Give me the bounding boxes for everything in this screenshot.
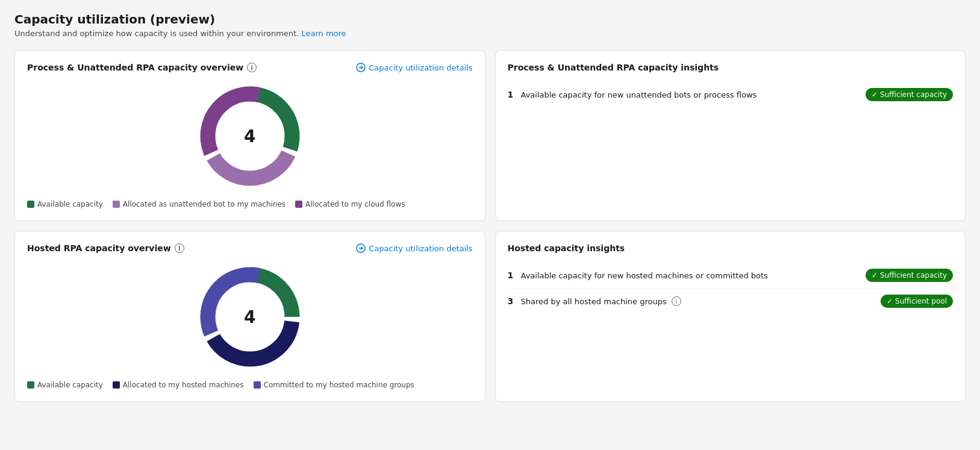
hosted-insight-row-1: 3 Shared by all hosted machine groups i … (508, 289, 953, 314)
process-rpa-insights-title: Process & Unattended RPA capacity insigh… (508, 63, 719, 72)
hosted-insight-badge-0: ✓ Sufficient capacity (866, 269, 953, 282)
process-rpa-title-group: Process & Unattended RPA capacity overvi… (27, 63, 257, 72)
legend-dot-available (27, 201, 34, 208)
details-link-icon (356, 63, 366, 72)
hosted-insights-card: Hosted capacity insights 1 Available cap… (495, 231, 966, 402)
process-rpa-legend: Available capacity Allocated as unattend… (27, 200, 473, 208)
process-rpa-title: Process & Unattended RPA capacity overvi… (27, 63, 243, 72)
legend-item-unattended: Allocated as unattended bot to my machin… (113, 200, 286, 208)
main-grid: Process & Unattended RPA capacity overvi… (14, 50, 966, 402)
hosted-legend-label-available: Available capacity (37, 381, 103, 389)
hosted-insights-title-group: Hosted capacity insights (508, 243, 625, 253)
hosted-rpa-info-icon[interactable]: i (175, 243, 184, 253)
insight-number-0: 1 (508, 90, 516, 99)
hosted-rpa-legend: Available capacity Allocated to my hoste… (27, 381, 473, 389)
hosted-insights-header: Hosted capacity insights (508, 243, 953, 253)
process-rpa-donut-center: 4 (244, 127, 255, 146)
hosted-rpa-overview-header: Hosted RPA capacity overview i Capacity … (27, 243, 473, 253)
hosted-details-link-icon (356, 243, 366, 253)
hosted-insight-number-0: 1 (508, 270, 516, 280)
badge-check-icon-0: ✓ (872, 90, 878, 99)
page-title: Capacity utilization (preview) (14, 12, 966, 27)
hosted-legend-label-machines: Allocated to my hosted machines (123, 381, 244, 389)
process-rpa-insights-card: Process & Unattended RPA capacity insigh… (495, 50, 966, 221)
hosted-insight-badge-1: ✓ Sufficient pool (881, 295, 953, 308)
hosted-legend-item-available: Available capacity (27, 381, 103, 389)
process-rpa-insights-title-group: Process & Unattended RPA capacity insigh… (508, 63, 719, 72)
process-rpa-details-link[interactable]: Capacity utilization details (356, 63, 472, 72)
legend-item-cloud-flows: Allocated to my cloud flows (295, 200, 405, 208)
hosted-insight-row-0: 1 Available capacity for new hosted mach… (508, 263, 953, 289)
hosted-rpa-overview-card: Hosted RPA capacity overview i Capacity … (14, 231, 485, 402)
hosted-insight-info-icon-1[interactable]: i (672, 296, 681, 306)
learn-more-link[interactable]: Learn more (301, 29, 346, 38)
hosted-rpa-donut: 4 (196, 263, 304, 371)
hosted-legend-dot-committed (254, 381, 261, 389)
insight-text-0: Available capacity for new unattended bo… (521, 90, 757, 99)
process-rpa-donut: 4 (196, 82, 304, 190)
hosted-rpa-title-group: Hosted RPA capacity overview i (27, 243, 184, 253)
hosted-insight-left-0: 1 Available capacity for new hosted mach… (508, 270, 866, 280)
hosted-insight-left-1: 3 Shared by all hosted machine groups i (508, 296, 881, 306)
hosted-rpa-chart: 4 (27, 263, 473, 371)
hosted-insight-number-1: 3 (508, 296, 516, 306)
hosted-insights-title: Hosted capacity insights (508, 243, 625, 253)
legend-dot-unattended (113, 201, 120, 208)
insight-badge-0: ✓ Sufficient capacity (866, 88, 953, 101)
legend-label-available: Available capacity (37, 200, 103, 208)
legend-dot-cloud-flows (295, 201, 302, 208)
hosted-badge-check-icon-1: ✓ (887, 297, 893, 305)
legend-label-unattended: Allocated as unattended bot to my machin… (123, 200, 286, 208)
hosted-rpa-donut-center: 4 (244, 307, 255, 327)
process-rpa-info-icon[interactable]: i (247, 63, 257, 72)
legend-item-available: Available capacity (27, 200, 103, 208)
hosted-rpa-details-link[interactable]: Capacity utilization details (356, 243, 472, 253)
insight-row-0: 1 Available capacity for new unattended … (508, 82, 953, 107)
hosted-legend-dot-available (27, 381, 34, 389)
hosted-legend-label-committed: Committed to my hosted machine groups (264, 381, 414, 389)
process-rpa-overview-card: Process & Unattended RPA capacity overvi… (14, 50, 485, 221)
insight-left-0: 1 Available capacity for new unattended … (508, 90, 866, 99)
legend-label-cloud-flows: Allocated to my cloud flows (305, 200, 405, 208)
process-rpa-insights-header: Process & Unattended RPA capacity insigh… (508, 63, 953, 72)
page-subtitle: Understand and optimize how capacity is … (14, 29, 966, 38)
hosted-badge-check-icon-0: ✓ (872, 271, 878, 280)
process-rpa-chart: 4 (27, 82, 473, 190)
process-rpa-overview-header: Process & Unattended RPA capacity overvi… (27, 63, 473, 72)
hosted-rpa-title: Hosted RPA capacity overview (27, 243, 171, 253)
hosted-legend-item-machines: Allocated to my hosted machines (113, 381, 244, 389)
hosted-insight-text-1: Shared by all hosted machine groups (521, 297, 667, 306)
hosted-insight-text-0: Available capacity for new hosted machin… (521, 271, 768, 280)
hosted-legend-item-committed: Committed to my hosted machine groups (254, 381, 414, 389)
hosted-legend-dot-machines (113, 381, 120, 389)
